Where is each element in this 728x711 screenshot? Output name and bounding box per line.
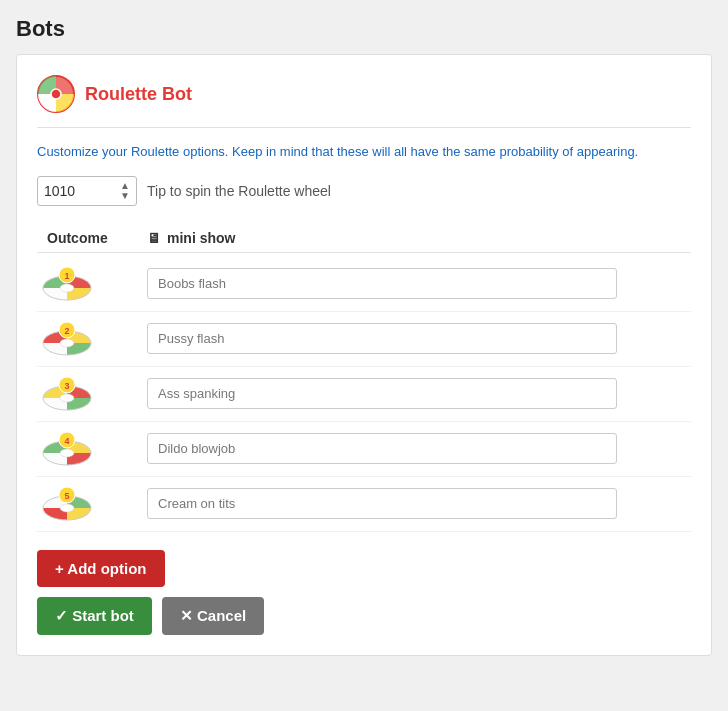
cancel-button[interactable]: ✕ Cancel [162,597,264,635]
svg-point-9 [60,339,74,347]
monitor-icon: 🖥 [147,230,161,246]
roulette-wheel-4: 4 [37,430,97,468]
svg-text:5: 5 [64,491,69,501]
table-header: Outcome 🖥 mini show [37,224,691,253]
option-input-2[interactable] [147,323,617,354]
table-row: 4 [37,422,691,477]
svg-text:1: 1 [64,271,69,281]
option-input-1[interactable] [147,268,617,299]
tip-input-wrap: 1010 ▲ ▼ [37,176,137,206]
svg-point-1 [51,89,61,99]
add-option-button[interactable]: + Add option [37,550,165,587]
roulette-wheel-3: 3 [37,375,97,413]
table-row: 3 [37,367,691,422]
svg-point-19 [60,449,74,457]
svg-text:2: 2 [64,326,69,336]
roulette-wheel-1: 1 [37,265,97,303]
svg-text:4: 4 [64,436,69,446]
col-show-header: 🖥 mini show [147,230,691,246]
start-bot-button[interactable]: ✓ Start bot [37,597,152,635]
roulette-icon [37,75,75,113]
roulette-wheel-5: 5 [37,485,97,523]
bot-description: Customize your Roulette options. Keep in… [37,142,691,162]
table-row: 5 [37,477,691,532]
tip-label: Tip to spin the Roulette wheel [147,183,331,199]
actions-section: + Add option ✓ Start bot ✕ Cancel [37,550,691,635]
option-input-5[interactable] [147,488,617,519]
tip-row: 1010 ▲ ▼ Tip to spin the Roulette wheel [37,176,691,206]
btn-row: ✓ Start bot ✕ Cancel [37,597,691,635]
option-input-4[interactable] [147,433,617,464]
table-row: 2 [37,312,691,367]
svg-point-4 [60,284,74,292]
bot-name: Roulette Bot [85,84,192,105]
bot-card: Roulette Bot Customize your Roulette opt… [16,54,712,656]
roulette-wheel-2: 2 [37,320,97,358]
svg-point-24 [60,504,74,512]
bot-header: Roulette Bot [37,75,691,128]
page-title: Bots [16,16,712,42]
tip-value: 1010 [44,183,116,199]
tip-arrows-icon: ▲ ▼ [120,181,130,201]
svg-point-14 [60,394,74,402]
col-outcome-header: Outcome [37,230,147,246]
options-list: 1 2 [37,257,691,532]
option-input-3[interactable] [147,378,617,409]
col-show-label: mini show [167,230,235,246]
svg-text:3: 3 [64,381,69,391]
table-row: 1 [37,257,691,312]
